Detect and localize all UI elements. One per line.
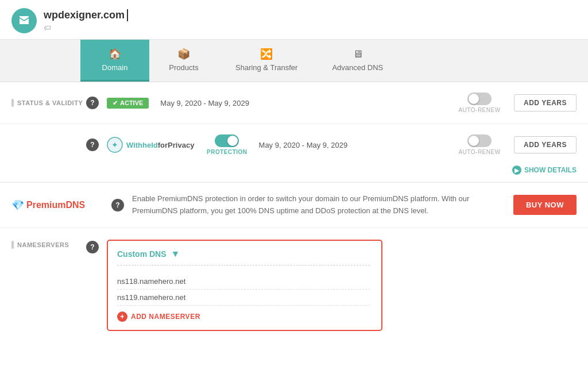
nameserver-entry-1[interactable]: ns118.namehero.net <box>117 274 370 290</box>
status-validity-row: STATUS & VALIDITY ? ✔ ACTIVE May 9, 2020… <box>0 82 588 124</box>
premium-dns-help-icon[interactable]: ? <box>111 199 124 211</box>
show-details-link[interactable]: ▶ SHOW DETAILS <box>512 166 577 175</box>
custom-dns-select[interactable]: Custom DNS ▼ <box>117 249 370 266</box>
protection-label: PROTECTION <box>207 149 247 155</box>
status-help-icon[interactable]: ? <box>86 97 99 109</box>
domain-tab-icon: 🏠 <box>109 48 121 60</box>
site-domain[interactable]: wpdexigner.com <box>44 9 128 22</box>
privacy-auto-renew-area: AUTO-RENEW <box>457 134 502 155</box>
store-icon <box>11 8 37 33</box>
premium-dns-description: Enable PremiumDNS protection in order to… <box>132 193 502 217</box>
tab-advanced-dns[interactable]: 🖥 Advanced DNS <box>315 40 400 82</box>
privacy-help-icon[interactable]: ? <box>86 139 99 151</box>
status-badge: ✔ ACTIVE <box>107 98 149 109</box>
privacy-auto-renew-toggle[interactable] <box>467 134 492 147</box>
withheld-icon: ✦ <box>107 137 123 153</box>
show-details-label: SHOW DETAILS <box>524 166 577 174</box>
privacy-name-prefix: Withheld <box>126 141 158 149</box>
check-icon: ✔ <box>113 99 118 107</box>
privacy-date-range: May 9, 2020 - May 9, 2029 <box>259 141 457 149</box>
advanced-dns-tab-icon: 🖥 <box>353 48 363 60</box>
privacy-logo: ✦ WithheldforPrivacy <box>107 137 199 153</box>
privacy-toggle-area: PROTECTION <box>207 134 247 155</box>
products-tab-icon: 📦 <box>177 48 190 60</box>
tab-products[interactable]: 📦 Products <box>149 40 218 82</box>
nameservers-box: Custom DNS ▼ ns118.namehero.net ns119.na… <box>107 240 382 331</box>
custom-dns-arrow-icon: ▼ <box>171 249 180 259</box>
show-details-circle-icon: ▶ <box>512 166 521 175</box>
privacy-row: ? ✦ WithheldforPrivacy PROTECTION May 9,… <box>0 124 588 183</box>
status-date-range: May 9, 2020 - May 9, 2029 <box>160 99 457 107</box>
premium-dns-row: 💎 PremiumDNS ? Enable PremiumDNS protect… <box>0 183 588 228</box>
premium-text-prefix: Premium <box>26 200 65 210</box>
page-wrapper: wpdexigner.com 🏷 🏠 Domain 📦 Products 🔀 S… <box>0 0 588 377</box>
privacy-name-suffix: forPrivacy <box>158 141 195 149</box>
site-header: wpdexigner.com 🏷 <box>0 0 588 40</box>
nameserver-entry-2[interactable]: ns119.namehero.net <box>117 290 370 306</box>
content-area: STATUS & VALIDITY ? ✔ ACTIVE May 9, 2020… <box>0 82 588 343</box>
diamond-icon: 💎 <box>11 199 24 211</box>
nameservers-content: ? Custom DNS ▼ ns118.namehero.net ns119.… <box>86 240 577 331</box>
products-tab-label: Products <box>169 63 198 72</box>
status-auto-renew-toggle[interactable] <box>467 93 492 105</box>
status-auto-renew-label: AUTO-RENEW <box>458 107 500 113</box>
custom-dns-label: Custom DNS <box>117 249 167 259</box>
svg-text:✦: ✦ <box>111 140 118 149</box>
privacy-name: WithheldforPrivacy <box>126 141 194 149</box>
nav-tabs: 🏠 Domain 📦 Products 🔀 Sharing & Transfer… <box>0 40 588 82</box>
domain-tab-label: Domain <box>102 63 128 72</box>
nameservers-row: NAMESERVERS ? Custom DNS ▼ ns118.nameher… <box>0 228 588 343</box>
advanced-dns-tab-label: Advanced DNS <box>332 63 383 72</box>
premium-dns-text: PremiumDNS <box>26 200 85 210</box>
status-text: ACTIVE <box>120 99 143 106</box>
status-add-years-button[interactable]: ADD YEARS <box>514 94 577 111</box>
status-auto-renew-area: AUTO-RENEW <box>457 93 502 113</box>
sharing-tab-label: Sharing & Transfer <box>235 63 297 72</box>
sharing-tab-icon: 🔀 <box>260 48 273 60</box>
privacy-add-years-button[interactable]: ADD YEARS <box>514 136 577 153</box>
tab-domain[interactable]: 🏠 Domain <box>80 40 149 82</box>
tab-sharing[interactable]: 🔀 Sharing & Transfer <box>218 40 315 82</box>
tag-icon: 🏷 <box>44 24 128 32</box>
status-row-label: STATUS & VALIDITY <box>11 99 86 107</box>
plus-circle-icon: + <box>117 311 127 322</box>
site-title-area: wpdexigner.com 🏷 <box>44 9 128 33</box>
privacy-auto-renew-label: AUTO-RENEW <box>458 149 500 155</box>
add-nameserver-label: ADD NAMESERVER <box>131 313 200 321</box>
premium-text-suffix: DNS <box>65 200 85 210</box>
add-nameserver-button[interactable]: + ADD NAMESERVER <box>117 311 370 322</box>
buy-now-button[interactable]: BUY NOW <box>513 195 577 215</box>
nameservers-label: NAMESERVERS <box>11 240 86 249</box>
privacy-protection-toggle[interactable] <box>215 134 239 147</box>
premium-dns-logo: 💎 PremiumDNS <box>11 199 103 211</box>
nameservers-help-icon[interactable]: ? <box>86 241 99 253</box>
